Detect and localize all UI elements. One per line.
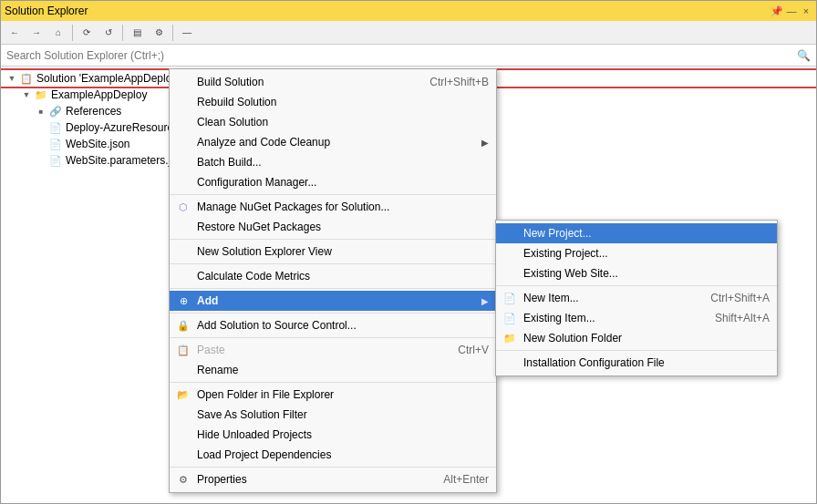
menu-sep-3 <box>170 263 496 264</box>
menu-item-rename[interactable]: Rename <box>170 360 496 380</box>
menu-item-savefilter[interactable]: Save As Solution Filter <box>170 405 496 425</box>
analyze-label: Analyze and Code Cleanup <box>197 136 481 149</box>
menu-sep-1 <box>170 194 496 195</box>
submenu-item-newfolder[interactable]: 📁 New Solution Folder <box>496 328 777 348</box>
menu-item-restore[interactable]: Restore NuGet Packages <box>170 217 496 237</box>
menu-item-analyze[interactable]: Analyze and Code Cleanup ▶ <box>170 132 496 152</box>
menu-item-nuget[interactable]: ⬡ Manage NuGet Packages for Solution... <box>170 197 496 217</box>
submenu-item-newitem[interactable]: 📄 New Item... Ctrl+Shift+A <box>496 288 777 308</box>
forward-button[interactable]: → <box>26 23 47 43</box>
savefilter-label: Save As Solution Filter <box>197 408 489 421</box>
hideunloaded-label: Hide Unloaded Projects <box>197 428 489 441</box>
references-label: References <box>66 105 121 118</box>
project-label: ExampleAppDeploy <box>51 88 147 101</box>
folder-icon: 📂 <box>175 386 191 403</box>
expand-icon-project: ▼ <box>19 90 34 99</box>
submenu-item-existingwebsite[interactable]: Existing Web Site... <box>496 263 777 283</box>
menu-item-batchbuild[interactable]: Batch Build... <box>170 152 496 172</box>
openfolder-label: Open Folder in File Explorer <box>197 388 489 401</box>
properties-shortcut: Alt+Enter <box>443 473 489 486</box>
menu-sep-6 <box>170 337 496 338</box>
toolbar: ← → ⌂ ⟳ ↺ ▤ ⚙ — <box>1 21 816 45</box>
settings-button[interactable]: ⚙ <box>149 23 169 43</box>
installconfig-label: Installation Configuration File <box>523 356 770 369</box>
expand-icon-references: ■ <box>34 108 48 116</box>
title-bar: Solution Explorer 📌 — × <box>1 1 816 21</box>
codemetrics-label: Calculate Code Metrics <box>197 270 489 283</box>
expand-icon-solution: ▼ <box>5 74 19 83</box>
menu-sep-7 <box>170 382 496 383</box>
existingproject-label: Existing Project... <box>523 247 770 260</box>
collapse-button[interactable]: — <box>177 23 197 43</box>
website-label: WebSite.json <box>66 138 129 150</box>
menu-item-configmgr[interactable]: Configuration Manager... <box>170 172 496 192</box>
submenu-sep-2 <box>496 350 777 351</box>
back-button[interactable]: ← <box>5 23 25 43</box>
menu-item-loaddeps[interactable]: Load Project Dependencies <box>170 445 496 465</box>
properties-label: Properties <box>197 473 425 486</box>
pin-button[interactable]: 📌 <box>770 5 783 17</box>
source-icon: 🔒 <box>175 317 191 334</box>
solutionview-label: New Solution Explorer View <box>197 245 489 258</box>
deploy-file-icon: 📄 <box>48 120 63 135</box>
addsource-label: Add Solution to Source Control... <box>197 319 489 332</box>
add-icon: ⊕ <box>175 293 191 309</box>
existitem-icon: 📄 <box>502 310 518 326</box>
menu-item-openfolder[interactable]: 📂 Open Folder in File Explorer <box>170 385 496 405</box>
home-button[interactable]: ⌂ <box>48 23 68 43</box>
stop-button[interactable]: ↺ <box>98 23 119 43</box>
menu-item-properties[interactable]: ⚙ Properties Alt+Enter <box>170 469 496 489</box>
configmgr-label: Configuration Manager... <box>197 176 489 189</box>
toolbar-separator-2 <box>122 25 123 41</box>
restore-label: Restore NuGet Packages <box>197 221 489 233</box>
paste-shortcut: Ctrl+V <box>458 344 489 356</box>
toolbar-separator-3 <box>172 25 173 41</box>
title-controls: 📌 — × <box>770 5 812 17</box>
solution-icon: 📋 <box>19 71 34 86</box>
menu-sep-4 <box>170 288 496 289</box>
menu-item-solutionview[interactable]: New Solution Explorer View <box>170 242 496 262</box>
submenu-item-existingitem[interactable]: 📄 Existing Item... Shift+Alt+A <box>496 308 777 328</box>
menu-item-add[interactable]: ⊕ Add ▶ <box>170 291 496 311</box>
add-label: Add <box>197 294 481 307</box>
menu-item-rebuild[interactable]: Rebuild Solution <box>170 92 496 112</box>
submenu-sep-1 <box>496 285 777 286</box>
menu-sep-5 <box>170 313 496 314</box>
paste-icon: 📋 <box>175 342 191 358</box>
search-input[interactable] <box>6 49 797 62</box>
menu-item-paste[interactable]: 📋 Paste Ctrl+V <box>170 340 496 360</box>
search-icon[interactable]: 🔍 <box>797 49 811 62</box>
menu-item-codemetrics[interactable]: Calculate Code Metrics <box>170 266 496 286</box>
dock-button[interactable]: — <box>785 5 798 17</box>
add-arrow: ▶ <box>481 296 489 306</box>
references-icon: 🔗 <box>48 104 63 118</box>
menu-item-addsource[interactable]: 🔒 Add Solution to Source Control... <box>170 315 496 335</box>
params-file-icon: 📄 <box>48 153 63 168</box>
search-bar: 🔍 <box>1 45 816 67</box>
newitem-shortcut: Ctrl+Shift+A <box>710 292 770 304</box>
submenu-item-existingproject[interactable]: Existing Project... <box>496 243 777 263</box>
context-menu: Build Solution Ctrl+Shift+B Rebuild Solu… <box>169 68 497 493</box>
build-label: Build Solution <box>197 76 411 88</box>
menu-item-hideunloaded[interactable]: Hide Unloaded Projects <box>170 425 496 445</box>
refresh-button[interactable]: ⟳ <box>77 23 97 43</box>
existingitem-label: Existing Item... <box>523 312 697 324</box>
close-button[interactable]: × <box>800 5 812 17</box>
project-icon: 📁 <box>34 87 48 102</box>
batchbuild-label: Batch Build... <box>197 156 489 169</box>
submenu-item-newproject[interactable]: New Project... <box>496 223 777 243</box>
rebuild-label: Rebuild Solution <box>197 96 489 108</box>
menu-item-build[interactable]: Build Solution Ctrl+Shift+B <box>170 72 496 92</box>
toolbar-separator-1 <box>72 25 73 41</box>
properties-icon: ⚙ <box>175 471 191 488</box>
rename-label: Rename <box>197 364 489 376</box>
solution-label: Solution 'ExampleAppDeploy' <box>36 72 180 85</box>
newitem-label: New Item... <box>523 292 692 304</box>
submenu-item-installconfig[interactable]: Installation Configuration File <box>496 353 777 373</box>
website-json-icon: 📄 <box>48 137 63 151</box>
newfolder-label: New Solution Folder <box>523 332 770 345</box>
filter-button[interactable]: ▤ <box>127 23 147 43</box>
menu-item-clean[interactable]: Clean Solution <box>170 112 496 132</box>
existingwebsite-label: Existing Web Site... <box>523 267 770 280</box>
paste-label: Paste <box>197 344 440 356</box>
